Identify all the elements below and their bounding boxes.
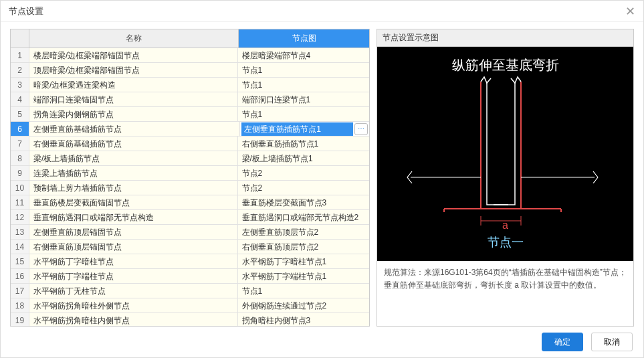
row-name: 端部洞口连梁锚固节点 (29, 92, 238, 106)
row-num: 18 (11, 298, 29, 312)
row-num: 11 (11, 195, 29, 209)
row-figure[interactable]: 右侧垂直筋插筋节点1 (238, 137, 369, 151)
dim-a-label: a (377, 219, 633, 232)
row-name: 水平钢筋丁字暗柱节点 (29, 254, 238, 268)
row-name: 水平钢筋拐角暗柱内侧节点 (29, 313, 238, 326)
node-settings-dialog: 节点设置 ✕ 名称 节点图 1楼层暗梁/边框梁端部锚固节点楼层暗梁端部节点42顶… (0, 0, 644, 358)
row-name: 垂直钢筋遇洞口或端部无节点构造 (29, 210, 238, 224)
row-num: 19 (11, 313, 29, 326)
row-name: 拐角连梁内侧钢筋节点 (29, 107, 238, 121)
table-row[interactable]: 17水平钢筋丁无柱节点节点1 (11, 284, 369, 298)
row-figure[interactable]: 水平钢筋丁字端柱节点1 (238, 269, 369, 283)
table-row[interactable]: 16水平钢筋丁字端柱节点水平钢筋丁字端柱节点1 (11, 269, 369, 284)
table-row[interactable]: 7右侧垂直筋基础插筋节点右侧垂直筋插筋节点1 (11, 137, 369, 151)
table-row[interactable]: 5拐角连梁内侧钢筋节点节点1 (11, 107, 369, 122)
row-name: 梁/板上墙插筋节点 (29, 151, 238, 165)
row-figure[interactable]: 节点1 (238, 63, 369, 77)
dialog-title: 节点设置 (9, 5, 43, 17)
grid-header: 名称 节点图 (11, 29, 369, 48)
row-figure[interactable]: 节点2 (238, 166, 369, 180)
row-name: 楼层暗梁/边框梁端部锚固节点 (29, 48, 238, 62)
row-num: 12 (11, 210, 29, 224)
ok-button[interactable]: 确定 (542, 333, 583, 351)
row-figure[interactable]: 节点1 (238, 284, 369, 298)
table-row[interactable]: 9连梁上墙插筋节点节点2 (11, 166, 369, 181)
row-figure[interactable]: 垂直筋楼层变截面节点3 (238, 195, 369, 209)
row-num: 14 (11, 240, 29, 254)
table-row[interactable]: 19水平钢筋拐角暗柱内侧节点拐角暗柱内侧节点3 (11, 313, 369, 326)
row-name: 垂直筋楼层变截面锚固节点 (29, 195, 238, 209)
table-row[interactable]: 11垂直筋楼层变截面锚固节点垂直筋楼层变截面节点3 (11, 195, 369, 210)
row-name: 预制墙上剪力墙插筋节点 (29, 181, 238, 195)
row-figure[interactable]: 楼层暗梁端部节点4 (238, 48, 369, 62)
row-num: 8 (11, 151, 29, 165)
dialog-body: 名称 节点图 1楼层暗梁/边框梁端部锚固节点楼层暗梁端部节点42顶层暗梁/边框梁… (1, 22, 643, 327)
row-num: 9 (11, 166, 29, 180)
table-row[interactable]: 4端部洞口连梁锚固节点端部洞口连梁节点1 (11, 92, 369, 107)
figure-edit-cell[interactable]: 左侧垂直筋插筋节点1 (241, 122, 353, 136)
row-figure[interactable]: 端部洞口连梁节点1 (238, 92, 369, 106)
table-row[interactable]: 2顶层暗梁/边框梁端部锚固节点节点1 (11, 63, 369, 78)
row-figure[interactable]: 左侧垂直筋顶层节点2 (238, 225, 369, 239)
row-figure[interactable]: 垂直筋遇洞口或端部无节点构造2 (238, 210, 369, 224)
row-figure[interactable]: 外侧钢筋连续通过节点2 (238, 298, 369, 312)
row-num: 10 (11, 181, 29, 195)
row-name: 暗梁/边框梁遇连梁构造 (29, 78, 238, 92)
row-num: 15 (11, 254, 29, 268)
row-num: 13 (11, 225, 29, 239)
preview-desc: 规范算法：来源16G101-3第64页的“墙插筋在基础中锚固构造”节点；垂直筋伸… (377, 261, 633, 297)
table-row[interactable]: 8梁/板上墙插筋节点梁/板上墙插筋节点1 (11, 151, 369, 166)
table-row[interactable]: 12垂直钢筋遇洞口或端部无节点构造垂直筋遇洞口或端部无节点构造2 (11, 210, 369, 225)
table-row[interactable]: 18水平钢筋拐角暗柱外侧节点外侧钢筋连续通过节点2 (11, 298, 369, 313)
table-row[interactable]: 6左侧垂直筋基础插筋节点左侧垂直筋插筋节点1⋯ (11, 122, 369, 137)
title-bar: 节点设置 ✕ (1, 1, 643, 22)
table-row[interactable]: 13左侧垂直筋顶层锚固节点左侧垂直筋顶层节点2 (11, 225, 369, 240)
row-num: 16 (11, 269, 29, 283)
row-name: 水平钢筋拐角暗柱外侧节点 (29, 298, 238, 312)
row-name: 左侧垂直筋基础插筋节点 (29, 122, 240, 136)
table-row[interactable]: 15水平钢筋丁字暗柱节点水平钢筋丁字暗柱节点1 (11, 254, 369, 269)
row-figure[interactable]: 右侧垂直筋顶层节点2 (238, 240, 369, 254)
row-num: 4 (11, 92, 29, 106)
header-num (11, 29, 29, 48)
preview-panel: 节点设置示意图 (377, 29, 634, 327)
node-label: 节点一 (377, 234, 633, 250)
grid-body[interactable]: 1楼层暗梁/边框梁端部锚固节点楼层暗梁端部节点42顶层暗梁/边框梁端部锚固节点节… (11, 48, 369, 326)
row-num: 1 (11, 48, 29, 62)
row-num: 3 (11, 78, 29, 92)
row-figure[interactable]: 水平钢筋丁字暗柱节点1 (238, 254, 369, 268)
preview-title: 节点设置示意图 (377, 29, 633, 47)
row-num: 2 (11, 63, 29, 77)
row-name: 左侧垂直筋顶层锚固节点 (29, 225, 238, 239)
row-num: 7 (11, 137, 29, 151)
row-num: 6 (11, 122, 29, 136)
row-name: 顶层暗梁/边框梁端部锚固节点 (29, 63, 238, 77)
row-figure[interactable]: 节点2 (238, 181, 369, 195)
row-name: 右侧垂直筋顶层锚固节点 (29, 240, 238, 254)
row-figure[interactable]: 梁/板上墙插筋节点1 (238, 151, 369, 165)
header-name[interactable]: 名称 (29, 29, 239, 48)
row-figure[interactable]: 左侧垂直筋插筋节点1⋯ (240, 122, 369, 136)
table-row[interactable]: 14右侧垂直筋顶层锚固节点右侧垂直筋顶层节点2 (11, 240, 369, 254)
row-num: 17 (11, 284, 29, 298)
table-row[interactable]: 1楼层暗梁/边框梁端部锚固节点楼层暗梁端部节点4 (11, 48, 369, 63)
close-icon[interactable]: ✕ (625, 5, 635, 17)
dialog-footer: 确定 取消 (1, 327, 643, 357)
row-name: 右侧垂直筋基础插筋节点 (29, 137, 238, 151)
row-figure[interactable]: 拐角暗柱内侧节点3 (238, 313, 369, 326)
row-num: 5 (11, 107, 29, 121)
row-name: 水平钢筋丁无柱节点 (29, 284, 238, 298)
row-name: 水平钢筋丁字端柱节点 (29, 269, 238, 283)
table-row[interactable]: 3暗梁/边框梁遇连梁构造节点1 (11, 78, 369, 92)
preview-top-text: 纵筋伸至基底弯折 (377, 56, 633, 74)
row-figure[interactable]: 节点1 (238, 107, 369, 121)
grid-panel: 名称 节点图 1楼层暗梁/边框梁端部锚固节点楼层暗梁端部节点42顶层暗梁/边框梁… (10, 29, 370, 327)
row-name: 连梁上墙插筋节点 (29, 166, 238, 180)
ellipsis-icon[interactable]: ⋯ (354, 123, 368, 135)
row-figure[interactable]: 节点1 (238, 78, 369, 92)
cancel-button[interactable]: 取消 (591, 333, 633, 351)
table-row[interactable]: 10预制墙上剪力墙插筋节点节点2 (11, 181, 369, 195)
header-figure[interactable]: 节点图 (239, 29, 369, 48)
preview-canvas: 纵筋伸至基底弯折 a 节点一 (377, 47, 633, 261)
